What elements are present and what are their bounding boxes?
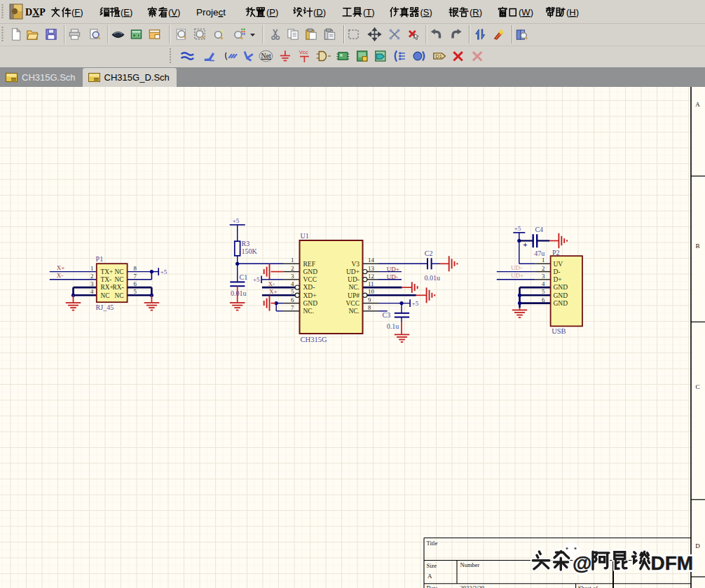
svg-text:Project: Project: [196, 7, 226, 18]
svg-text:B: B: [695, 242, 699, 249]
svg-text:(V): (V): [168, 7, 180, 18]
svg-text:7: 7: [134, 273, 137, 280]
svg-text:A: A: [427, 573, 432, 580]
svg-text:+5: +5: [160, 268, 167, 275]
svg-text:P1: P1: [96, 255, 104, 263]
svg-text:2: 2: [542, 265, 545, 272]
svg-text:1: 1: [90, 265, 93, 272]
svg-text:C: C: [695, 383, 699, 390]
svg-text:5: 5: [291, 288, 294, 295]
svg-text:NC: NC: [115, 268, 124, 275]
svg-text:0.1u: 0.1u: [387, 322, 399, 330]
svg-text:(P): (P): [266, 7, 278, 18]
svg-text:+5: +5: [412, 300, 419, 307]
svg-text:VCC: VCC: [345, 300, 360, 307]
svg-text:5: 5: [542, 288, 545, 295]
svg-text:3: 3: [291, 273, 294, 280]
svg-text:UV: UV: [554, 261, 563, 268]
svg-text:GND: GND: [303, 300, 318, 307]
svg-text:C4: C4: [535, 226, 543, 233]
svg-text:8: 8: [368, 304, 371, 311]
svg-text:X+: X+: [57, 264, 65, 271]
svg-text:REF: REF: [303, 261, 315, 268]
svg-text:(F): (F): [71, 7, 83, 18]
svg-text:(D): (D): [313, 7, 326, 18]
svg-text:Title: Title: [427, 540, 438, 547]
svg-text:(E): (E): [121, 7, 132, 18]
svg-text:UD-: UD-: [348, 276, 360, 283]
svg-text:GND: GND: [554, 292, 568, 299]
svg-text:P2: P2: [552, 249, 560, 257]
svg-text:8: 8: [134, 265, 137, 272]
svg-text:D+: D+: [554, 276, 562, 283]
svg-text:+5: +5: [253, 276, 260, 283]
svg-text:4: 4: [542, 280, 545, 287]
svg-text:1: 1: [542, 257, 545, 264]
svg-text:USB: USB: [552, 327, 566, 335]
svg-text:UD+: UD+: [511, 272, 523, 279]
svg-text:2: 2: [291, 265, 294, 272]
svg-text:5: 5: [134, 288, 137, 295]
svg-text:RX-: RX-: [112, 284, 123, 291]
svg-text:Date: Date: [427, 584, 438, 588]
svg-text:+: +: [523, 241, 528, 249]
svg-text:NC.: NC.: [348, 308, 360, 315]
svg-text:UP#: UP#: [348, 292, 360, 299]
svg-text:NC: NC: [115, 292, 124, 299]
svg-text:UD-: UD-: [511, 264, 522, 271]
svg-text:13: 13: [368, 265, 374, 272]
svg-text:DXP: DXP: [25, 7, 46, 18]
svg-text:(T): (T): [363, 7, 375, 18]
svg-text:0.01u: 0.01u: [424, 274, 440, 282]
svg-text:2022/3/30: 2022/3/30: [460, 584, 484, 588]
svg-text:C1: C1: [240, 273, 248, 281]
svg-text:D-: D-: [554, 268, 561, 275]
svg-text:(H): (H): [566, 7, 579, 18]
svg-text:GND: GND: [554, 284, 568, 291]
svg-text:+5: +5: [514, 225, 521, 232]
svg-text:2: 2: [90, 273, 93, 280]
svg-text:6: 6: [134, 280, 137, 287]
svg-text:@: @: [573, 552, 591, 574]
svg-text:150K: 150K: [242, 247, 258, 255]
svg-text:UD+: UD+: [346, 268, 360, 275]
svg-text:X+: X+: [269, 288, 278, 295]
svg-text:1: 1: [291, 257, 294, 264]
svg-text:12: 12: [368, 273, 374, 280]
svg-text:V3: V3: [351, 261, 360, 268]
svg-text:Net: Net: [261, 52, 271, 60]
svg-text:D: D: [695, 542, 700, 549]
svg-text:Number: Number: [460, 561, 480, 568]
svg-text:4: 4: [90, 288, 94, 295]
svg-text:6: 6: [291, 296, 294, 303]
svg-text:TX-: TX-: [101, 276, 112, 283]
svg-text:RX+: RX+: [101, 284, 114, 291]
svg-text:3: 3: [542, 273, 545, 280]
svg-text:Size: Size: [427, 562, 437, 569]
svg-text:10: 10: [368, 288, 374, 295]
svg-text:4: 4: [291, 280, 294, 287]
svg-text:GND: GND: [303, 268, 318, 275]
svg-text:X-: X-: [57, 272, 64, 279]
svg-text:C3: C3: [383, 311, 391, 319]
svg-text:D1: D1: [435, 53, 442, 60]
svg-text:U1: U1: [301, 232, 309, 240]
svg-text:NC: NC: [101, 292, 110, 299]
svg-text:11: 11: [368, 280, 374, 287]
svg-text:0.01u: 0.01u: [231, 289, 247, 297]
svg-text:(S): (S): [420, 7, 432, 18]
svg-text:(R): (R): [470, 7, 482, 18]
svg-text:6: 6: [542, 296, 545, 303]
svg-text:A: A: [695, 101, 700, 108]
svg-text:UD+: UD+: [387, 266, 399, 273]
svg-text:X-: X-: [268, 280, 275, 287]
svg-text:TX+: TX+: [101, 268, 114, 275]
svg-text:+5: +5: [233, 217, 240, 224]
svg-text:NC.: NC.: [348, 284, 360, 291]
svg-text:XD+: XD+: [303, 292, 317, 299]
svg-text:Vcc: Vcc: [299, 49, 308, 55]
svg-text:VCC: VCC: [303, 276, 317, 283]
svg-text:(W): (W): [519, 7, 533, 18]
svg-text:7: 7: [291, 304, 294, 311]
svg-text:CH315G: CH315G: [301, 336, 327, 343]
